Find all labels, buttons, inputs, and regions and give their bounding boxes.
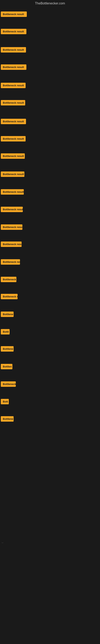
bottleneck-badge-6[interactable]: Bottleneck result [1, 100, 25, 106]
bottleneck-row-10: Bottleneck result [0, 172, 100, 178]
bottleneck-badge-19[interactable]: Bottl [1, 329, 10, 334]
bottleneck-row-11: Bottleneck result [0, 189, 100, 196]
bottleneck-badge-10[interactable]: Bottleneck result [1, 172, 24, 177]
ellipsis-marker: ... [1, 539, 4, 545]
bottleneck-row-3: Bottleneck result [0, 47, 100, 53]
bottleneck-row-23: Bott [0, 399, 100, 405]
site-title: TheBottlenecker.com [0, 0, 100, 7]
bottleneck-badge-21[interactable]: Bottlen [1, 364, 12, 369]
bottleneck-badge-23[interactable]: Bott [1, 399, 9, 404]
bottleneck-row-15: Bottleneck res [0, 259, 100, 266]
bottleneck-row-8: Bottleneck result [0, 136, 100, 142]
bottleneck-badge-13[interactable]: Bottleneck result [1, 224, 22, 230]
bottleneck-row-21: Bottlen [0, 364, 100, 370]
bottleneck-badge-16[interactable]: Bottleneck [1, 277, 16, 282]
page-wrapper: TheBottlenecker.com ... Bottleneck resul… [0, 0, 100, 644]
bottleneck-row-4: Bottleneck result [0, 64, 100, 71]
bottleneck-badge-11[interactable]: Bottleneck result [1, 189, 24, 194]
bottleneck-row-16: Bottleneck [0, 277, 100, 283]
bottleneck-row-19: Bottl [0, 329, 100, 335]
bottleneck-badge-8[interactable]: Bottleneck result [1, 136, 26, 142]
bottleneck-row-12: Bottleneck result [0, 207, 100, 213]
bottleneck-badge-22[interactable]: Bottleneck [1, 381, 16, 387]
bottleneck-badge-20[interactable]: Bottlene [1, 346, 14, 352]
bottleneck-row-20: Bottlene [0, 346, 100, 352]
bottleneck-badge-2[interactable]: Bottleneck result [1, 29, 26, 34]
bottleneck-badge-7[interactable]: Bottleneck result [1, 119, 26, 124]
bottleneck-row-2: Bottleneck result [0, 29, 100, 35]
bottleneck-row-17: Bottleneck re [0, 294, 100, 300]
bottleneck-row-1: Bottleneck result [0, 12, 100, 18]
bottleneck-row-18: Bottlene [0, 312, 100, 318]
bottleneck-badge-24[interactable]: Bottlene [1, 416, 14, 422]
bottleneck-badge-15[interactable]: Bottleneck res [1, 259, 20, 265]
bottleneck-badge-14[interactable]: Bottleneck result [1, 242, 22, 247]
bottleneck-badge-3[interactable]: Bottleneck result [1, 47, 26, 52]
bottleneck-badge-12[interactable]: Bottleneck result [1, 207, 23, 212]
bottleneck-badge-5[interactable]: Bottleneck result [1, 83, 26, 88]
bottleneck-badge-18[interactable]: Bottlene [1, 312, 14, 317]
bottleneck-badge-1[interactable]: Bottleneck result [1, 12, 27, 17]
bottleneck-badge-9[interactable]: Bottleneck result [1, 153, 25, 159]
bottleneck-row-22: Bottleneck [0, 381, 100, 388]
bottleneck-row-7: Bottleneck result [0, 119, 100, 125]
bottleneck-row-5: Bottleneck result [0, 83, 100, 89]
bottleneck-row-13: Bottleneck result [0, 224, 100, 231]
bottleneck-badge-4[interactable]: Bottleneck result [1, 64, 26, 70]
bottleneck-badge-17[interactable]: Bottleneck re [1, 294, 18, 299]
bottleneck-row-6: Bottleneck result [0, 100, 100, 106]
bottleneck-row-14: Bottleneck result [0, 242, 100, 248]
bottleneck-row-24: Bottlene [0, 416, 100, 422]
bottleneck-row-9: Bottleneck result [0, 153, 100, 160]
